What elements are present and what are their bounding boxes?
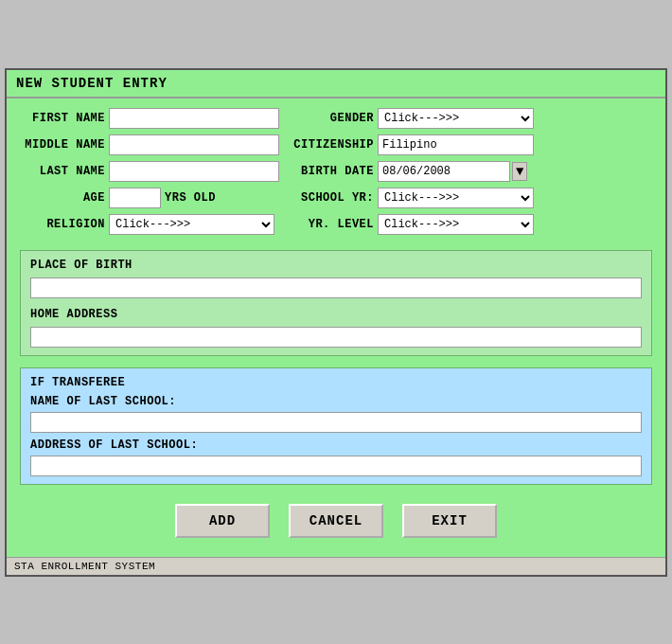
transferee-title: IF TRANSFEREE xyxy=(30,376,642,389)
religion-select[interactable]: Click--->>> Catholic Protestant Islam Ot… xyxy=(109,214,274,235)
citizenship-row: CITIZENSHIP xyxy=(289,134,534,155)
age-input[interactable] xyxy=(109,188,161,208)
religion-label: RELIGION xyxy=(20,218,105,231)
first-name-row: FIRST NAME xyxy=(20,108,279,129)
last-name-input[interactable] xyxy=(109,161,279,182)
gender-row: GENDER Click--->>> Male Female xyxy=(289,108,534,129)
name-of-last-school-input[interactable] xyxy=(30,412,642,433)
transferee-box: IF TRANSFEREE NAME OF LAST SCHOOL: ADDRE… xyxy=(20,367,652,485)
birth-date-input[interactable] xyxy=(378,161,510,182)
place-of-birth-title: PLACE OF BIRTH xyxy=(30,259,642,272)
buttons-row: ADD CANCEL EXIT xyxy=(20,492,652,547)
address-of-last-school-label: ADDRESS OF LAST SCHOOL: xyxy=(30,438,642,452)
place-of-birth-input[interactable] xyxy=(30,277,642,298)
birth-date-row: BIRTH DATE ▼ xyxy=(289,161,534,182)
birthdate-wrapper: ▼ xyxy=(378,161,527,182)
right-column: GENDER Click--->>> Male Female CITIZENSH… xyxy=(289,108,534,239)
yr-level-row: YR. LEVEL Click--->>> Grade 1 Grade 2 Gr… xyxy=(289,214,534,235)
exit-button[interactable]: EXIT xyxy=(402,504,497,538)
title-bar: NEW STUDENT ENTRY xyxy=(7,70,665,98)
window-title: NEW STUDENT ENTRY xyxy=(16,76,168,91)
last-name-row: LAST NAME xyxy=(20,161,279,182)
middle-name-row: MIDDLE NAME xyxy=(20,134,279,155)
school-yr-label: SCHOOL YR: xyxy=(289,191,374,205)
birth-date-label: BIRTH DATE xyxy=(289,165,374,178)
add-label: ADD xyxy=(209,513,236,528)
address-of-last-school-input[interactable] xyxy=(30,456,642,476)
first-name-label: FIRST NAME xyxy=(20,112,105,125)
school-yr-select[interactable]: Click--->>> 2008-2009 2009-2010 xyxy=(378,188,534,208)
home-address-title: HOME ADDRESS xyxy=(30,308,642,321)
age-label: AGE xyxy=(20,191,105,205)
status-bar: STA ENROLLMENT SYSTEM xyxy=(7,557,665,575)
birthdate-dropdown-icon[interactable]: ▼ xyxy=(512,162,527,181)
citizenship-input[interactable] xyxy=(378,134,534,155)
main-window: NEW STUDENT ENTRY FIRST NAME MIDDLE NAME… xyxy=(5,68,667,577)
citizenship-label: CITIZENSHIP xyxy=(289,138,374,152)
name-of-last-school-label: NAME OF LAST SCHOOL: xyxy=(30,395,642,408)
religion-row: RELIGION Click--->>> Catholic Protestant… xyxy=(20,214,279,235)
last-name-label: LAST NAME xyxy=(20,165,105,178)
middle-name-label: MIDDLE NAME xyxy=(20,138,105,152)
middle-name-input[interactable] xyxy=(109,134,279,155)
cancel-button[interactable]: CANCEL xyxy=(289,504,383,538)
yr-level-label: YR. LEVEL xyxy=(289,218,374,231)
age-row: AGE YRS OLD xyxy=(20,188,279,208)
gender-select[interactable]: Click--->>> Male Female xyxy=(378,108,534,129)
place-home-box: PLACE OF BIRTH HOME ADDRESS xyxy=(20,250,652,356)
home-address-input[interactable] xyxy=(30,327,642,348)
yrs-old-label: YRS OLD xyxy=(165,191,216,205)
status-bar-text: STA ENROLLMENT SYSTEM xyxy=(14,561,155,572)
add-button[interactable]: ADD xyxy=(175,504,270,538)
first-name-input[interactable] xyxy=(109,108,279,129)
exit-label: EXIT xyxy=(432,513,468,528)
gender-label: GENDER xyxy=(289,112,374,125)
left-column: FIRST NAME MIDDLE NAME LAST NAME AGE YRS… xyxy=(20,108,279,239)
form-area: FIRST NAME MIDDLE NAME LAST NAME AGE YRS… xyxy=(7,98,665,557)
top-section: FIRST NAME MIDDLE NAME LAST NAME AGE YRS… xyxy=(20,108,652,239)
cancel-label: CANCEL xyxy=(309,513,363,528)
yr-level-select[interactable]: Click--->>> Grade 1 Grade 2 Grade 3 Grad… xyxy=(378,214,534,235)
school-yr-row: SCHOOL YR: Click--->>> 2008-2009 2009-20… xyxy=(289,188,534,208)
